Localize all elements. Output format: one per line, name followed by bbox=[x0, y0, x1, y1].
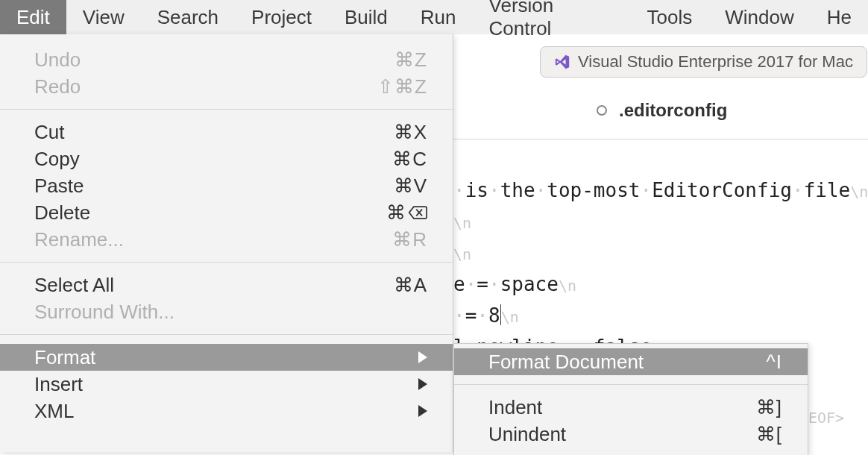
newline-mark-icon: \n bbox=[559, 277, 576, 295]
newline-mark-icon: \n bbox=[453, 245, 471, 263]
menu-delete[interactable]: Delete ⌘ bbox=[0, 199, 453, 226]
newline-mark-icon: \n bbox=[850, 183, 868, 201]
visual-studio-icon bbox=[554, 54, 570, 70]
menu-view[interactable]: View bbox=[66, 0, 141, 34]
menu-edit[interactable]: Edit bbox=[0, 0, 66, 34]
solution-info-label: Visual Studio Enterprise 2017 for Mac bbox=[578, 52, 853, 72]
menu-rename[interactable]: Rename... ⌘R bbox=[0, 226, 453, 253]
submenu-unindent[interactable]: Unindent ⌘[ bbox=[454, 421, 808, 448]
menu-insert[interactable]: Insert bbox=[0, 371, 453, 398]
menubar: Edit View Search Project Build Run Versi… bbox=[0, 0, 868, 34]
eof-mark: EOF> bbox=[808, 409, 844, 427]
backspace-icon bbox=[408, 205, 427, 220]
submenu-format-document[interactable]: Format Document ^I bbox=[454, 348, 808, 375]
format-submenu: Format Document ^I Indent ⌘] Unindent ⌘[ bbox=[453, 343, 808, 455]
menu-surround-with[interactable]: Surround With... bbox=[0, 298, 453, 325]
menu-separator bbox=[0, 262, 453, 263]
menu-separator bbox=[0, 109, 453, 110]
menu-xml[interactable]: XML bbox=[0, 398, 453, 424]
submenu-arrow-icon bbox=[418, 405, 427, 417]
code-line: ·is·the·top-most·EditorConfig·file bbox=[453, 179, 850, 201]
menu-version-control[interactable]: Version Control bbox=[473, 0, 631, 34]
editor-tab[interactable]: .editorconfig bbox=[597, 100, 727, 121]
menu-cut[interactable]: Cut ⌘X bbox=[0, 119, 453, 145]
menu-redo[interactable]: Redo ⇧⌘Z bbox=[0, 73, 453, 100]
menu-window[interactable]: Window bbox=[708, 0, 810, 34]
menu-separator bbox=[0, 334, 453, 335]
menu-project[interactable]: Project bbox=[235, 0, 328, 34]
code-line: e·=·space bbox=[453, 273, 559, 295]
menu-tools[interactable]: Tools bbox=[631, 0, 709, 34]
menu-copy[interactable]: Copy ⌘C bbox=[0, 145, 453, 172]
tab-filename: .editorconfig bbox=[619, 100, 727, 121]
tab-close-indicator-icon[interactable] bbox=[597, 105, 607, 116]
submenu-indent[interactable]: Indent ⌘] bbox=[454, 394, 808, 421]
submenu-arrow-icon bbox=[418, 378, 427, 390]
edit-dropdown: Undo ⌘Z Redo ⇧⌘Z Cut ⌘X Copy ⌘C Paste ⌘V… bbox=[0, 34, 453, 452]
submenu-arrow-icon bbox=[418, 351, 427, 363]
menu-build[interactable]: Build bbox=[328, 0, 404, 34]
menu-paste[interactable]: Paste ⌘V bbox=[0, 172, 453, 199]
code-line: ·=·8 bbox=[453, 304, 500, 327]
menu-separator bbox=[454, 384, 808, 385]
newline-mark-icon: \n bbox=[501, 308, 519, 326]
menu-run[interactable]: Run bbox=[404, 0, 473, 34]
newline-mark-icon: \n bbox=[453, 214, 471, 232]
menu-search[interactable]: Search bbox=[141, 0, 235, 34]
menu-format[interactable]: Format bbox=[0, 344, 453, 371]
solution-info-pill[interactable]: Visual Studio Enterprise 2017 for Mac bbox=[540, 46, 867, 78]
menu-undo[interactable]: Undo ⌘Z bbox=[0, 46, 453, 73]
menu-select-all[interactable]: Select All ⌘A bbox=[0, 272, 453, 298]
menu-help-truncated[interactable]: He bbox=[811, 0, 868, 34]
